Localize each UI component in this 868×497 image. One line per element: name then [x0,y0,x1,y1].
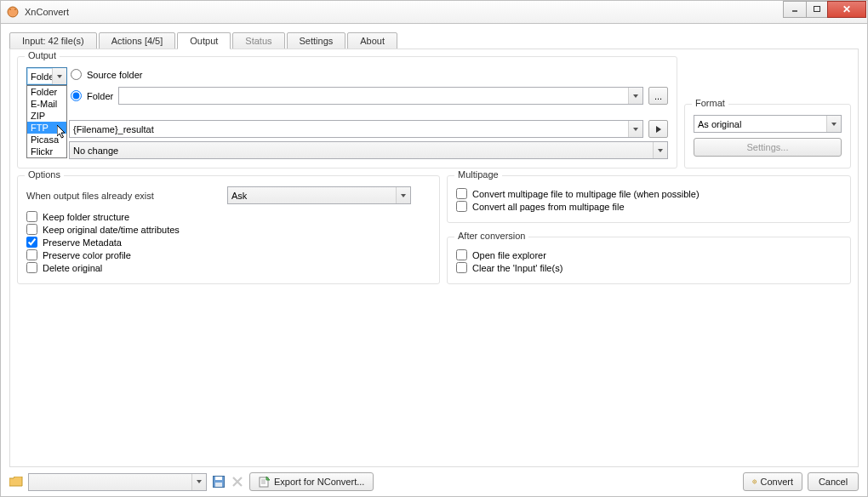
preset-combo[interactable] [28,473,207,491]
folder-radio[interactable]: Folder [71,90,113,101]
options-group: Options When output files already exist … [17,175,440,284]
format-combo[interactable]: As original [694,115,842,133]
tab-bar: Input: 42 file(s) Actions [4/5] Output S… [9,31,859,49]
chevron-down-icon [52,68,66,84]
window-controls: ✕ [784,1,866,18]
chevron-down-icon [396,187,410,203]
svg-rect-4 [215,477,222,480]
open-preset-icon[interactable] [9,475,23,488]
convert-button[interactable]: Convert [743,472,802,491]
preserve-meta-check[interactable]: Preserve Metadata [26,237,431,248]
filename-play-button[interactable] [648,120,668,138]
window-title: XnConvert [25,7,784,17]
exist-combo[interactable]: Ask [227,186,411,204]
svg-point-8 [754,481,756,483]
exist-value: Ask [231,191,247,201]
delete-original-check[interactable]: Delete original [26,262,431,273]
svg-rect-2 [814,7,820,12]
destination-option-zip[interactable]: ZIP [27,110,66,122]
multipage-group: Multipage Convert multipage file to mult… [447,175,851,223]
after-legend: After conversion [454,231,528,241]
client-area: Input: 42 file(s) Actions [4/5] Output S… [0,24,868,497]
tab-status[interactable]: Status [232,32,284,49]
close-button[interactable]: ✕ [827,1,866,18]
browse-button[interactable]: ... [648,87,668,105]
destination-option-ftp[interactable]: FTP [27,122,66,134]
options-legend: Options [25,169,64,180]
keep-folder-check[interactable]: Keep folder structure [26,211,431,222]
tab-actions[interactable]: Actions [4/5] [99,32,176,49]
clear-input-check[interactable]: Clear the 'Input' file(s) [456,262,842,273]
chevron-down-icon [628,88,642,104]
chevron-down-icon [628,121,642,137]
cancel-button[interactable]: Cancel [808,472,859,491]
case-combo[interactable]: No change [69,141,668,159]
save-preset-icon[interactable] [212,475,226,488]
destination-dropdown[interactable]: Folder E-Mail ZIP FTP Picasa Flickr [26,85,67,158]
tab-settings[interactable]: Settings [287,32,346,49]
filename-value: {Filename}_resultat [73,124,154,134]
chevron-down-icon [826,116,841,132]
chevron-down-icon [191,474,206,490]
export-nconvert-button[interactable]: Export for NConvert... [249,472,374,491]
tab-body-output: Output Folder Folder E-Mail ZIP [9,49,859,467]
preserve-color-check[interactable]: Preserve color profile [26,249,431,260]
format-group: Format As original Settings... [684,104,851,169]
destination-option-folder[interactable]: Folder [27,86,66,98]
format-value: As original [698,119,741,129]
minimize-button[interactable] [783,1,807,18]
output-legend: Output [25,50,60,60]
destination-option-flickr[interactable]: Flickr [27,146,66,157]
svg-rect-5 [215,483,222,487]
filename-combo[interactable]: {Filename}_resultat [69,120,643,138]
multipage-legend: Multipage [454,169,502,180]
keep-date-check[interactable]: Keep original date/time attributes [26,224,431,235]
case-value: No change [73,146,118,156]
exist-label: When output files already exist [26,191,222,201]
app-icon [6,5,20,19]
destination-option-picasa[interactable]: Picasa [27,134,66,146]
titlebar: XnConvert ✕ [0,0,868,24]
tab-input[interactable]: Input: 42 file(s) [9,32,97,49]
convert-all-check[interactable]: Convert all pages from multipage file [456,201,842,212]
convert-multipage-check[interactable]: Convert multipage file to multipage file… [456,188,842,199]
bottom-bar: Export for NConvert... Convert Cancel [9,467,859,491]
destination-option-email[interactable]: E-Mail [27,98,66,110]
destination-combo[interactable]: Folder [26,67,67,85]
tab-output[interactable]: Output [177,32,231,49]
delete-preset-icon[interactable] [231,475,244,488]
svg-point-0 [8,7,18,17]
output-group: Output Folder Folder E-Mail ZIP [17,56,677,169]
format-settings-button[interactable]: Settings... [694,138,842,157]
after-conversion-group: After conversion Open file explorer Clea… [447,237,851,284]
source-folder-radio[interactable]: Source folder [71,69,668,80]
folder-path-combo[interactable] [118,87,643,105]
maximize-button[interactable] [806,1,828,18]
chevron-down-icon [653,142,667,158]
tab-about[interactable]: About [347,32,397,49]
format-legend: Format [692,98,728,108]
open-explorer-check[interactable]: Open file explorer [456,249,842,260]
